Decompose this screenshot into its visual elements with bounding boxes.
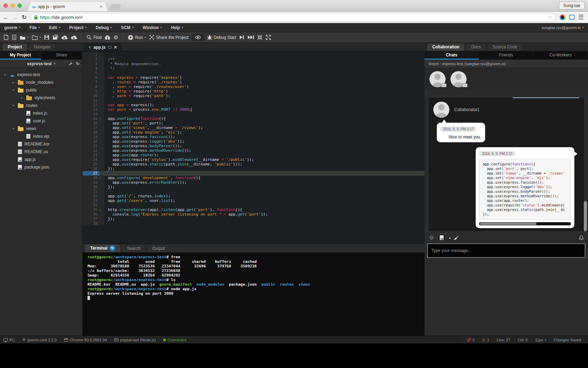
- run-to-end-button[interactable]: [247, 35, 254, 40]
- tree-item-public[interactable]: ▾public: [0, 86, 82, 94]
- project-selector[interactable]: express-test▾ ↻: [0, 60, 82, 68]
- browser-tab[interactable]: ∞ app.js - goorm ✕: [27, 2, 108, 11]
- minimize-window-button[interactable]: [10, 4, 15, 8]
- new-project-button[interactable]: [4, 35, 9, 40]
- popout-icon[interactable]: [108, 46, 111, 49]
- menu-window[interactable]: Window▾: [142, 25, 162, 30]
- tab-output[interactable]: Output: [147, 245, 170, 252]
- expander-icon[interactable]: ▾: [3, 73, 7, 76]
- menu-scm[interactable]: SCM▾: [121, 25, 134, 30]
- tab-terminal[interactable]: Terminal↻: [85, 244, 121, 252]
- tab-source-code[interactable]: Source Code: [487, 43, 523, 51]
- tree-item-views[interactable]: ▾views: [0, 125, 82, 132]
- new-tab-button[interactable]: [109, 4, 121, 10]
- menu-project[interactable]: Project▾: [69, 25, 87, 30]
- bell-icon[interactable]: [579, 235, 584, 240]
- menu-debug[interactable]: Debug▾: [96, 25, 112, 30]
- tab-search[interactable]: Search: [121, 245, 146, 252]
- find-in-files-button[interactable]: [105, 35, 110, 40]
- menu-goorm[interactable]: goorm▾: [4, 25, 20, 30]
- tab-project[interactable]: Project: [2, 43, 28, 51]
- menu-help[interactable]: Help▾: [171, 25, 183, 30]
- viewtab-share[interactable]: Share: [41, 51, 83, 60]
- share-project-button[interactable]: Share the Project: [149, 35, 189, 40]
- bookmark-star-icon[interactable]: ☆: [547, 14, 552, 20]
- url-bar[interactable]: https://ide.goorm.io/# ☆: [30, 13, 556, 21]
- open-file-button[interactable]: ▾: [20, 35, 29, 40]
- tree-item-stylesheets[interactable]: ▸stylesheets: [0, 94, 82, 102]
- capture-extension-icon[interactable]: [569, 15, 575, 20]
- expander-icon[interactable]: ▸: [11, 81, 15, 84]
- chat-history[interactable]: Collaborator1 2016. 5. 9. PM 2:17 Nice t…: [428, 97, 584, 232]
- terminal-output[interactable]: root@goorm:/workspace/express-test# free…: [83, 253, 425, 336]
- back-icon[interactable]: ←: [3, 14, 9, 20]
- statusbar-paypal-test-node-js-[interactable]: paypal-test (Node.js): [114, 338, 160, 342]
- subtab-chats[interactable]: Chats: [425, 51, 479, 60]
- collapse-panes-button[interactable]: [257, 35, 262, 40]
- panel-scrollbar[interactable]: [584, 201, 587, 231]
- tree-item-express-test[interactable]: ▾☁express-test: [0, 71, 82, 79]
- upload-button[interactable]: [61, 35, 68, 40]
- snippet-scrollbar[interactable]: [479, 222, 571, 225]
- warning-count[interactable]: ⚠1: [478, 338, 493, 342]
- extension-icon[interactable]: [560, 14, 566, 20]
- statusbar-connected[interactable]: Connected: [163, 338, 190, 342]
- download-button[interactable]: [71, 35, 77, 40]
- tree-item-app.js[interactable]: app.js: [0, 156, 82, 163]
- tree-item-README.us[interactable]: README.us: [0, 148, 82, 156]
- avatar[interactable]: [429, 71, 446, 87]
- browser-menu-icon[interactable]: ☰: [578, 14, 584, 20]
- browser-profile-button[interactable]: Sung-tae: [559, 2, 584, 9]
- subtab-friends[interactable]: Friends: [479, 51, 534, 60]
- open-project-button[interactable]: ▾: [32, 35, 41, 40]
- expand-panes-button[interactable]: [266, 35, 271, 40]
- account-menu[interactable]: sungtae.ryu@goorm.io▾: [542, 26, 584, 30]
- statusbar-pc[interactable]: PC: [4, 338, 19, 342]
- expander-icon[interactable]: ▾: [11, 104, 15, 107]
- tree-item-user.js[interactable]: user.js: [0, 117, 82, 125]
- send-file-button[interactable]: [437, 234, 446, 241]
- new-file-button[interactable]: [12, 35, 16, 40]
- code-editor[interactable]: 12/**3 * Module dependencies.4 */56var e…: [83, 51, 425, 244]
- expander-icon[interactable]: ▾: [11, 127, 15, 130]
- menu-file[interactable]: File▾: [29, 25, 40, 30]
- expander-icon[interactable]: ▾: [11, 88, 15, 92]
- tree-item-routes[interactable]: ▾routes: [0, 102, 82, 109]
- statusbar-chrome-50-0-2661-94[interactable]: Chrome 50.0.2661.94: [64, 338, 111, 342]
- error-count[interactable]: 0: [463, 338, 478, 342]
- debug-start-button[interactable]: Debug Start: [207, 35, 236, 40]
- subtab-co-workers[interactable]: Co-Workers: [533, 51, 588, 60]
- tab-docs[interactable]: Docs: [465, 43, 486, 51]
- chevron-up-icon[interactable]: ▴: [449, 236, 451, 239]
- close-editor-tab-icon[interactable]: ✕: [114, 45, 117, 50]
- preferences-button[interactable]: ⚙: [113, 35, 118, 40]
- zoom-window-button[interactable]: [18, 4, 22, 8]
- close-tab-icon[interactable]: ✕: [99, 4, 103, 9]
- tree-item-index.ejs[interactable]: index.ejs: [0, 132, 82, 140]
- chat-message-input[interactable]: [427, 244, 585, 258]
- save-button[interactable]: [44, 35, 49, 40]
- step-over-button[interactable]: [239, 35, 244, 40]
- save-all-button[interactable]: [52, 35, 58, 40]
- wrench-icon[interactable]: [69, 62, 73, 66]
- close-window-button[interactable]: [4, 4, 8, 8]
- expander-icon[interactable]: ▸: [20, 96, 24, 100]
- avatar[interactable]: [450, 71, 467, 87]
- reload-icon[interactable]: ↻: [22, 14, 27, 20]
- forward-icon[interactable]: →: [12, 14, 18, 20]
- menu-edit[interactable]: Edit▾: [49, 25, 60, 30]
- tree-item-package.json[interactable]: package.json: [0, 163, 82, 171]
- refresh-icon[interactable]: ↻: [76, 61, 79, 66]
- find-button[interactable]: Find: [86, 35, 102, 40]
- statusbar-goorm-core-2-2-0[interactable]: ⚙goorm-core 2.2.0: [22, 338, 61, 342]
- brush-icon[interactable]: [454, 235, 459, 240]
- tab-collaboration[interactable]: Collaboration: [427, 43, 465, 51]
- viewtab-my-project[interactable]: My Project: [0, 51, 41, 60]
- watch-mode-button[interactable]: [192, 34, 204, 41]
- tab-navigate[interactable]: Navigate: [28, 43, 56, 51]
- emoticon-icon[interactable]: ☺: [429, 235, 434, 240]
- tree-item-node_modules[interactable]: ▸node_modules: [0, 79, 82, 86]
- tree-item-index.js[interactable]: index.js: [0, 109, 82, 117]
- font-size-selector[interactable]: 11px▴: [531, 338, 550, 342]
- tree-item-README.kor[interactable]: README.kor: [0, 140, 82, 148]
